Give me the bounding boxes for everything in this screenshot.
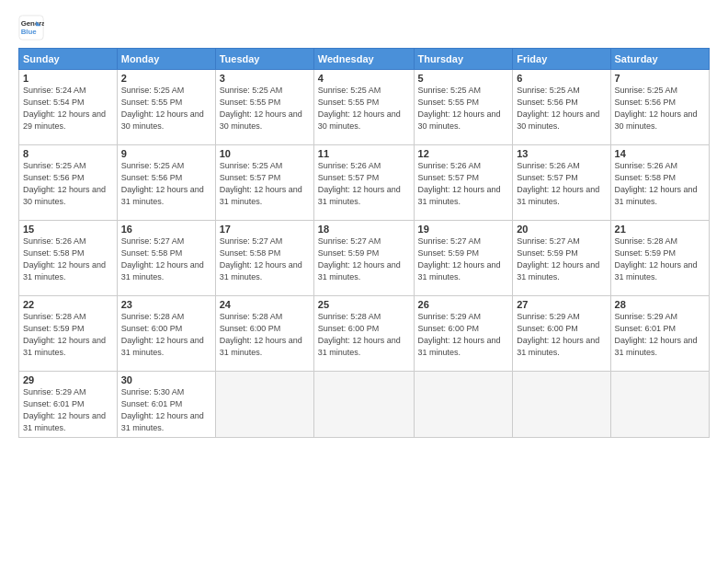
day-number: 8 [23,148,113,159]
calendar-cell: 6Sunrise: 5:25 AMSunset: 5:56 PMDaylight… [513,70,610,145]
calendar-cell: 18Sunrise: 5:27 AMSunset: 5:59 PMDayligh… [313,221,414,296]
day-number: 5 [418,73,509,84]
day-info: Sunrise: 5:26 AMSunset: 5:57 PMDaylight:… [318,160,410,208]
calendar-cell: 14Sunrise: 5:26 AMSunset: 5:58 PMDayligh… [610,145,709,221]
day-info: Sunrise: 5:28 AMSunset: 6:00 PMDaylight:… [318,311,410,359]
calendar-cell: 10Sunrise: 5:25 AMSunset: 5:57 PMDayligh… [215,145,313,221]
day-number: 1 [23,73,113,84]
day-info: Sunrise: 5:25 AMSunset: 5:56 PMDaylight:… [615,85,705,132]
calendar-cell: 28Sunrise: 5:29 AMSunset: 6:01 PMDayligh… [610,296,709,372]
day-info: Sunrise: 5:27 AMSunset: 5:59 PMDaylight:… [318,236,410,283]
day-info: Sunrise: 5:27 AMSunset: 5:58 PMDaylight:… [121,236,211,283]
day-number: 4 [318,73,410,84]
calendar-header-row: SundayMondayTuesdayWednesdayThursdayFrid… [19,49,710,70]
svg-text:Blue: Blue [21,28,38,36]
calendar-cell: 15Sunrise: 5:26 AMSunset: 5:58 PMDayligh… [19,221,118,296]
day-number: 24 [220,299,310,310]
day-info: Sunrise: 5:25 AMSunset: 5:56 PMDaylight:… [517,85,606,132]
day-number: 27 [517,299,606,310]
day-number: 30 [121,374,211,385]
day-number: 29 [23,374,113,385]
day-number: 25 [318,299,410,310]
calendar-cell [215,372,313,438]
day-info: Sunrise: 5:25 AMSunset: 5:55 PMDaylight:… [220,85,310,132]
calendar-cell: 8Sunrise: 5:25 AMSunset: 5:56 PMDaylight… [19,145,118,221]
calendar-cell: 1Sunrise: 5:24 AMSunset: 5:54 PMDaylight… [19,70,118,145]
calendar-cell: 3Sunrise: 5:25 AMSunset: 5:55 PMDaylight… [215,70,313,145]
day-info: Sunrise: 5:25 AMSunset: 5:56 PMDaylight:… [121,160,211,208]
day-number: 18 [318,224,410,235]
day-number: 3 [220,73,310,84]
header-tuesday: Tuesday [215,49,313,70]
header: General Blue [18,15,710,40]
calendar-week-row: 29Sunrise: 5:29 AMSunset: 6:01 PMDayligh… [19,372,710,438]
calendar-cell: 26Sunrise: 5:29 AMSunset: 6:00 PMDayligh… [414,296,513,372]
calendar-cell [610,372,709,438]
calendar-cell: 11Sunrise: 5:26 AMSunset: 5:57 PMDayligh… [313,145,414,221]
day-number: 7 [615,73,705,84]
day-number: 10 [220,148,310,159]
day-info: Sunrise: 5:25 AMSunset: 5:55 PMDaylight:… [418,85,509,132]
day-number: 26 [418,299,509,310]
header-thursday: Thursday [414,49,513,70]
calendar-cell: 17Sunrise: 5:27 AMSunset: 5:58 PMDayligh… [215,221,313,296]
header-friday: Friday [513,49,610,70]
header-sunday: Sunday [19,49,118,70]
day-info: Sunrise: 5:26 AMSunset: 5:57 PMDaylight:… [418,160,509,208]
calendar-cell: 4Sunrise: 5:25 AMSunset: 5:55 PMDaylight… [313,70,414,145]
day-info: Sunrise: 5:29 AMSunset: 6:01 PMDaylight:… [615,311,705,359]
day-number: 6 [517,73,606,84]
day-info: Sunrise: 5:29 AMSunset: 6:00 PMDaylight:… [517,311,606,359]
calendar-week-row: 1Sunrise: 5:24 AMSunset: 5:54 PMDaylight… [19,70,710,145]
day-info: Sunrise: 5:27 AMSunset: 5:59 PMDaylight:… [517,236,606,283]
calendar-cell: 9Sunrise: 5:25 AMSunset: 5:56 PMDaylight… [117,145,215,221]
calendar-cell: 20Sunrise: 5:27 AMSunset: 5:59 PMDayligh… [513,221,610,296]
calendar-cell: 30Sunrise: 5:30 AMSunset: 6:01 PMDayligh… [117,372,215,438]
calendar-cell [313,372,414,438]
day-number: 20 [517,224,606,235]
day-number: 19 [418,224,509,235]
day-info: Sunrise: 5:25 AMSunset: 5:55 PMDaylight:… [121,85,211,132]
calendar-week-row: 22Sunrise: 5:28 AMSunset: 5:59 PMDayligh… [19,296,710,372]
day-number: 14 [615,148,705,159]
calendar-week-row: 8Sunrise: 5:25 AMSunset: 5:56 PMDaylight… [19,145,710,221]
calendar-cell: 22Sunrise: 5:28 AMSunset: 5:59 PMDayligh… [19,296,118,372]
calendar-cell: 29Sunrise: 5:29 AMSunset: 6:01 PMDayligh… [19,372,118,438]
day-number: 22 [23,299,113,310]
calendar-cell: 24Sunrise: 5:28 AMSunset: 6:00 PMDayligh… [215,296,313,372]
day-info: Sunrise: 5:27 AMSunset: 5:59 PMDaylight:… [418,236,509,283]
calendar-cell: 25Sunrise: 5:28 AMSunset: 6:00 PMDayligh… [313,296,414,372]
day-info: Sunrise: 5:24 AMSunset: 5:54 PMDaylight:… [23,85,113,132]
header-wednesday: Wednesday [313,49,414,70]
calendar-cell: 2Sunrise: 5:25 AMSunset: 5:55 PMDaylight… [117,70,215,145]
calendar-cell: 13Sunrise: 5:26 AMSunset: 5:57 PMDayligh… [513,145,610,221]
calendar-week-row: 15Sunrise: 5:26 AMSunset: 5:58 PMDayligh… [19,221,710,296]
day-number: 17 [220,224,310,235]
calendar-cell: 19Sunrise: 5:27 AMSunset: 5:59 PMDayligh… [414,221,513,296]
day-number: 9 [121,148,211,159]
calendar: SundayMondayTuesdayWednesdayThursdayFrid… [18,48,710,438]
header-monday: Monday [117,49,215,70]
logo: General Blue [18,15,44,40]
day-info: Sunrise: 5:28 AMSunset: 6:00 PMDaylight:… [220,311,310,359]
calendar-cell: 12Sunrise: 5:26 AMSunset: 5:57 PMDayligh… [414,145,513,221]
day-number: 2 [121,73,211,84]
day-info: Sunrise: 5:28 AMSunset: 5:59 PMDaylight:… [615,236,705,283]
calendar-cell: 7Sunrise: 5:25 AMSunset: 5:56 PMDaylight… [610,70,709,145]
calendar-cell: 16Sunrise: 5:27 AMSunset: 5:58 PMDayligh… [117,221,215,296]
day-info: Sunrise: 5:25 AMSunset: 5:55 PMDaylight:… [318,85,410,132]
svg-text:General: General [21,19,44,28]
day-info: Sunrise: 5:25 AMSunset: 5:57 PMDaylight:… [220,160,310,208]
day-number: 12 [418,148,509,159]
day-info: Sunrise: 5:25 AMSunset: 5:56 PMDaylight:… [23,160,113,208]
day-info: Sunrise: 5:28 AMSunset: 6:00 PMDaylight:… [121,311,211,359]
day-info: Sunrise: 5:29 AMSunset: 6:01 PMDaylight:… [23,386,113,434]
day-number: 11 [318,148,410,159]
logo-icon: General Blue [18,15,44,40]
day-info: Sunrise: 5:26 AMSunset: 5:58 PMDaylight:… [615,160,705,208]
page: General Blue SundayMondayTuesdayWednesda… [0,0,728,563]
day-info: Sunrise: 5:30 AMSunset: 6:01 PMDaylight:… [121,386,211,434]
day-number: 23 [121,299,211,310]
day-number: 16 [121,224,211,235]
day-info: Sunrise: 5:28 AMSunset: 5:59 PMDaylight:… [23,311,113,359]
